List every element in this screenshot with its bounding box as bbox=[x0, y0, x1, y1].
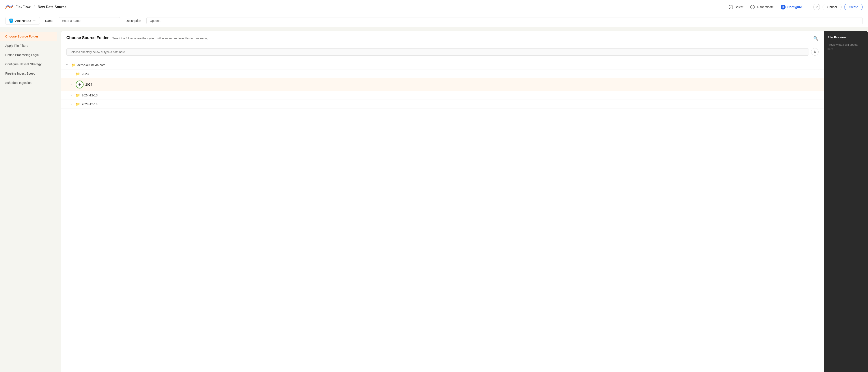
app-name: FlexFlow bbox=[16, 5, 30, 9]
tree-item-2024-12-13[interactable]: › 📁 2024-12-13 bbox=[61, 91, 824, 100]
source-badge[interactable]: 🪣 Amazon S3 ··· bbox=[5, 17, 40, 25]
panel-title: Choose Source Folder bbox=[66, 35, 109, 40]
panel-header: Choose Source Folder Select the folder w… bbox=[61, 31, 824, 45]
description-input[interactable] bbox=[146, 17, 863, 24]
folder-icon: 📁 bbox=[75, 102, 80, 106]
refresh-icon: ↻ bbox=[813, 50, 816, 54]
tree-item-2024-label: 2024 bbox=[85, 83, 92, 86]
main-panel: Choose Source Folder Select the folder w… bbox=[61, 31, 824, 372]
subheader: 🪣 Amazon S3 ··· Name Description bbox=[0, 14, 868, 27]
nav-actions: ? Cancel Create bbox=[813, 4, 863, 10]
path-bar: ↻ bbox=[61, 45, 824, 59]
sidebar-item-choose-source-label: Choose Source Folder bbox=[5, 35, 38, 38]
chevron-down-icon: ▾ bbox=[66, 63, 69, 66]
step-select: ✓ Select bbox=[728, 5, 743, 9]
chevron-right-icon: › bbox=[71, 73, 74, 75]
content-area: Choose Source Folder Select the folder w… bbox=[57, 27, 868, 372]
sidebar-item-define-processing[interactable]: Define Processing Logic bbox=[0, 50, 57, 60]
sidebar-item-pipeline-speed-label: Pipeline Ingest Speed bbox=[5, 72, 35, 75]
sidebar-item-choose-source[interactable]: Choose Source Folder bbox=[0, 32, 57, 41]
steps-nav: ✓ Select ✓ Authenticate 3 Configure bbox=[728, 5, 802, 9]
logo-area: FlexFlow / New Data Source bbox=[5, 4, 67, 10]
step-select-label: Select bbox=[735, 5, 743, 9]
chevron-right-icon: › bbox=[71, 83, 74, 86]
step-select-check: ✓ bbox=[728, 5, 733, 9]
help-button[interactable]: ? bbox=[813, 4, 820, 10]
step-authenticate-check: ✓ bbox=[750, 5, 755, 9]
source-name: Amazon S3 bbox=[15, 19, 31, 23]
sidebar-item-define-processing-label: Define Processing Logic bbox=[5, 53, 39, 57]
folder-icon: 📁 bbox=[75, 93, 80, 97]
sidebar: Choose Source Folder Apply File Filters … bbox=[0, 27, 57, 372]
create-button[interactable]: Create bbox=[844, 4, 863, 10]
file-preview-panel: File Preview Preview data will appear he… bbox=[824, 31, 868, 372]
tree-item-root[interactable]: ▾ 📁 demo-out.nexla.com bbox=[61, 61, 824, 69]
tree-item-2023[interactable]: › 📁 2023 bbox=[61, 69, 824, 78]
tree-item-root-label: demo-out.nexla.com bbox=[78, 63, 105, 67]
tree-item-2023-label: 2023 bbox=[82, 72, 89, 76]
refresh-button[interactable]: ↻ bbox=[811, 48, 818, 56]
folder-icon: 📁 bbox=[71, 63, 75, 67]
panel-search-button[interactable]: 🔍 bbox=[813, 35, 818, 41]
preview-title: File Preview bbox=[828, 35, 865, 39]
sidebar-item-apply-filters[interactable]: Apply File Filters bbox=[0, 41, 57, 50]
tree-item-2024-12-14[interactable]: › 📁 2024-12-14 bbox=[61, 100, 824, 109]
chevron-right-icon: › bbox=[71, 103, 74, 106]
chevron-right-icon: › bbox=[71, 94, 74, 97]
tree-item-2024-12-14-label: 2024-12-14 bbox=[82, 103, 98, 106]
sidebar-item-schedule-label: Schedule Ingestion bbox=[5, 81, 32, 85]
folder-icon: 📁 bbox=[75, 72, 80, 76]
step-configure: 3 Configure bbox=[781, 5, 802, 9]
sidebar-item-apply-filters-label: Apply File Filters bbox=[5, 44, 28, 48]
tree-item-2024[interactable]: › + 2024 bbox=[61, 78, 824, 91]
step-authenticate: ✓ Authenticate bbox=[750, 5, 774, 9]
flexflow-logo-icon bbox=[5, 4, 13, 10]
tree-item-2024-12-13-label: 2024-12-13 bbox=[82, 93, 98, 97]
page-title: New Data Source bbox=[38, 5, 67, 9]
sidebar-item-pipeline-speed[interactable]: Pipeline Ingest Speed bbox=[0, 69, 57, 78]
sidebar-item-schedule[interactable]: Schedule Ingestion bbox=[0, 78, 57, 87]
top-nav: FlexFlow / New Data Source ✓ Select ✓ Au… bbox=[0, 0, 868, 14]
preview-empty-text: Preview data will appear here bbox=[828, 42, 865, 51]
step-authenticate-label: Authenticate bbox=[756, 5, 774, 9]
sidebar-item-configure-nexset[interactable]: Configure Nexset Strategy bbox=[0, 60, 57, 69]
step-configure-num: 3 bbox=[781, 5, 785, 9]
panel-description: Select the folder where the system will … bbox=[112, 35, 809, 40]
source-dots-menu[interactable]: ··· bbox=[33, 19, 36, 23]
sidebar-item-configure-nexset-label: Configure Nexset Strategy bbox=[5, 62, 41, 66]
s3-icon: 🪣 bbox=[9, 18, 13, 23]
add-folder-icon[interactable]: + bbox=[75, 81, 84, 88]
name-label: Name bbox=[45, 19, 53, 23]
description-label: Description bbox=[126, 19, 141, 23]
breadcrumb-sep: / bbox=[33, 5, 34, 9]
path-input[interactable] bbox=[66, 48, 809, 56]
folder-tree[interactable]: ▾ 📁 demo-out.nexla.com › 📁 2023 › + 2024 bbox=[61, 59, 824, 372]
step-configure-label: Configure bbox=[787, 5, 802, 9]
main-layout: Choose Source Folder Apply File Filters … bbox=[0, 27, 868, 372]
name-input[interactable] bbox=[59, 17, 120, 24]
search-icon: 🔍 bbox=[813, 36, 818, 40]
cancel-button[interactable]: Cancel bbox=[823, 4, 841, 10]
